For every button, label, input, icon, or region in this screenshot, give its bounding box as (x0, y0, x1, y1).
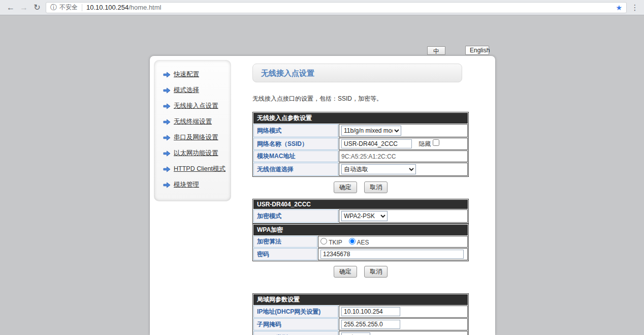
page-background: 中文 English 快速配置 模式选择 无线接入点设置 无线终端设置 (0, 15, 644, 335)
sidebar-item-module-management[interactable]: 模块管理 (154, 177, 231, 193)
arrow-right-icon (163, 87, 171, 94)
aes-radio[interactable] (349, 238, 356, 245)
channel-label: 无线信道选择 (253, 163, 338, 176)
sidebar-item-label: 模式选择 (174, 86, 199, 95)
sidebar-nav: 快速配置 模式选择 无线接入点设置 无线终端设置 串口及网络设置 以太网功能设置 (154, 60, 231, 201)
table-row: 模块MAC地址 9C:A5:25:A1:2C:CC (253, 150, 468, 162)
table-row: DHCP 类型 服务器 (253, 331, 468, 335)
dhcp-type-select[interactable]: 服务器 (341, 332, 370, 335)
security-mode-table: USR-DR404_2CCC 加密模式 WPA2-PSK (252, 199, 469, 224)
title-banner: 无线接入点设置 (252, 64, 462, 82)
ip-address-label: IP地址(DHCP网关设置) (253, 306, 338, 318)
dhcp-type-label: DHCP 类型 (253, 331, 338, 335)
aes-label: AES (357, 239, 369, 246)
sidebar-item-label: HTTPD Client模式 (174, 165, 226, 173)
main-content: 无线接入点设置 无线接入点接口的设置，包括：SSID，加密等。 无线接入点参数设… (252, 56, 470, 335)
url-path: /home.html (128, 4, 161, 11)
bookmark-star-icon[interactable]: ★ (616, 4, 622, 12)
ssid-input[interactable] (341, 139, 412, 148)
arrow-right-icon (163, 166, 171, 172)
wpa-table-header: WPA加密 (253, 225, 468, 235)
sidebar-item-label: 串口及网络设置 (174, 133, 218, 142)
table-row: 网络模式 11b/g/n mixed mode (253, 124, 468, 137)
language-chinese-button[interactable]: 中文 (427, 46, 445, 55)
sidebar-item-mode-select[interactable]: 模式选择 (154, 82, 231, 98)
content-panel: 快速配置 模式选择 无线接入点设置 无线终端设置 串口及网络设置 以太网功能设置 (150, 56, 495, 335)
forward-icon[interactable]: → (17, 3, 30, 12)
security-ok-button[interactable]: 确定 (334, 266, 357, 278)
back-icon[interactable]: ← (4, 3, 17, 12)
ap-settings-table: 无线接入点参数设置 网络模式 11b/g/n mixed mode 网络名称（S… (252, 112, 469, 177)
security-label: 不安全 (59, 3, 78, 12)
table-row: 加密模式 WPA2-PSK (253, 209, 468, 223)
mac-address-label: 模块MAC地址 (253, 150, 338, 162)
language-english-button[interactable]: English (465, 46, 489, 55)
ap-ok-button[interactable]: 确定 (334, 181, 357, 193)
sidebar-item-label: 无线终端设置 (174, 117, 212, 126)
lan-settings-table: 局域网参数设置 IP地址(DHCP网关设置) 子网掩码 DHCP 类型 (252, 293, 469, 335)
ssid-label: 网络名称（SSID） (253, 138, 338, 150)
table-row: 网络名称（SSID） 隐藏 (253, 138, 468, 150)
arrow-right-icon (163, 119, 171, 125)
hide-ssid-checkbox[interactable] (433, 139, 439, 146)
subnet-mask-label: 子网掩码 (253, 318, 338, 330)
arrow-right-icon (163, 150, 171, 157)
network-mode-select[interactable]: 11b/g/n mixed mode (341, 126, 401, 136)
algorithm-label: 加密算法 (253, 236, 317, 248)
refresh-icon[interactable]: ↻ (30, 3, 44, 12)
sidebar-item-label: 无线接入点设置 (174, 102, 218, 110)
security-buttons-row: 确定 取消 (252, 266, 469, 278)
sidebar-item-httpd-client[interactable]: HTTPD Client模式 (154, 161, 231, 177)
network-mode-label: 网络模式 (253, 124, 338, 137)
address-bar[interactable]: ⓘ 不安全 10.10.100.254 /home.html ★ (46, 2, 627, 13)
sidebar-item-ap-settings[interactable]: 无线接入点设置 (154, 98, 231, 114)
arrow-right-icon (163, 182, 171, 188)
page-title: 无线接入点设置 (253, 64, 462, 82)
sidebar-item-sta-settings[interactable]: 无线终端设置 (154, 114, 231, 130)
info-icon[interactable]: ⓘ (50, 3, 57, 12)
page-description: 无线接入点接口的设置，包括：SSID，加密等。 (252, 95, 470, 103)
channel-select[interactable]: 自动选取 (341, 164, 416, 174)
sidebar-item-uart-settings[interactable]: 串口及网络设置 (154, 130, 231, 145)
arrow-right-icon (163, 135, 171, 141)
password-label: 密码 (253, 248, 317, 260)
table-row: IP地址(DHCP网关设置) (253, 306, 468, 318)
subnet-mask-input[interactable] (341, 320, 400, 329)
sidebar-item-ethernet-settings[interactable]: 以太网功能设置 (154, 145, 231, 161)
omnibox-divider (82, 4, 82, 11)
ap-table-header: 无线接入点参数设置 (253, 113, 468, 124)
sidebar-item-label: 快速配置 (174, 70, 199, 79)
password-input[interactable] (320, 250, 464, 259)
sidebar-item-label: 以太网功能设置 (174, 149, 218, 158)
encryption-mode-select[interactable]: WPA2-PSK (341, 211, 388, 221)
sidebar-item-quick-config[interactable]: 快速配置 (154, 67, 231, 82)
security-table-header: USR-DR404_2CCC (253, 200, 468, 209)
sidebar-item-label: 模块管理 (174, 180, 199, 189)
ap-buttons-row: 确定 取消 (252, 181, 469, 193)
security-cancel-button[interactable]: 取消 (364, 266, 388, 278)
tkip-radio[interactable] (320, 238, 327, 245)
url-host: 10.10.100.254 (86, 4, 128, 11)
table-row: 无线信道选择 自动选取 (253, 163, 468, 176)
hide-ssid-label: 隐藏 (418, 140, 431, 147)
browser-toolbar: ← → ↻ ⓘ 不安全 10.10.100.254 /home.html ★ ⋮ (0, 0, 644, 15)
table-row: 加密算法 TKIP AES (253, 236, 468, 248)
table-row: 子网掩码 (253, 318, 468, 330)
ip-address-input[interactable] (341, 307, 400, 316)
encryption-mode-label: 加密模式 (253, 209, 338, 223)
ap-cancel-button[interactable]: 取消 (364, 181, 388, 193)
browser-menu-icon[interactable]: ⋮ (630, 3, 640, 12)
table-row: 密码 (253, 248, 468, 260)
mac-address-value: 9C:A5:25:A1:2C:CC (339, 150, 468, 162)
arrow-right-icon (163, 72, 171, 78)
lan-table-header: 局域网参数设置 (253, 294, 468, 305)
arrow-right-icon (163, 103, 171, 109)
tkip-label: TKIP (329, 239, 342, 246)
wpa-settings-table: WPA加密 加密算法 TKIP AES 密 (252, 224, 469, 261)
